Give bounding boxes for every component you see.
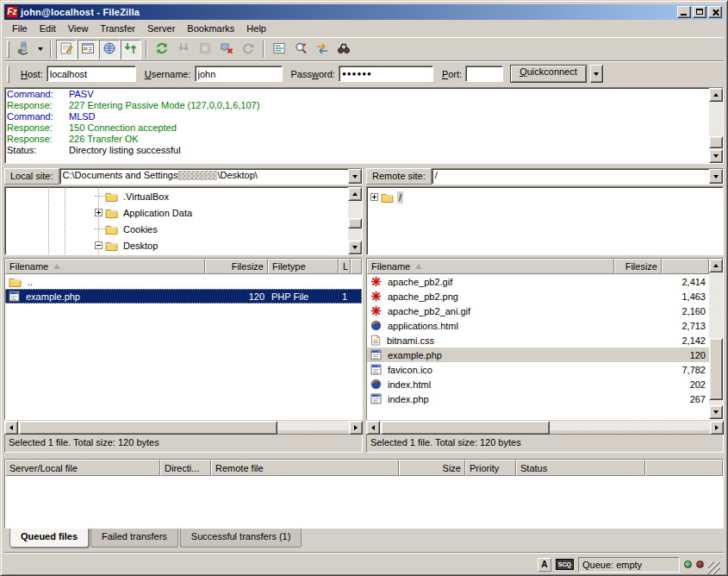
menu-item-view[interactable]: View [62,22,95,35]
speed-limits-icon[interactable]: SCQ [556,559,574,570]
file-row-examplephp[interactable]: example.php120PHP File1 [5,289,362,304]
tree-stub-line [95,196,105,197]
scroll-thumb[interactable] [709,338,723,400]
local-list-hscrollbar[interactable] [4,421,363,430]
column-header-l[interactable]: L [339,259,351,274]
tree-item[interactable]: Application Data [95,204,194,221]
tree-item[interactable]: Cookies [95,221,159,237]
file-row-bitnamicss[interactable]: bitnami.css2,142 [367,333,709,347]
column-header-filetype[interactable]: Filetype [268,259,339,274]
tree-item[interactable]: Desktop [95,237,159,254]
scroll-right-button[interactable] [349,421,363,435]
message-log-scrollbar[interactable] [709,88,723,163]
quickconnect-dropdown-button[interactable] [590,65,603,83]
scroll-thumb[interactable] [348,218,362,229]
directory-listing-filters-button[interactable] [269,40,289,59]
menu-item-transfer[interactable]: Transfer [94,22,141,35]
scroll-left-button[interactable] [4,421,18,435]
menu-item-help[interactable]: Help [240,22,272,35]
scroll-down-button[interactable] [709,149,723,163]
tree-item[interactable]: / [370,189,403,205]
status-bar: A SCQ Queue: empty [4,552,724,574]
file-row-indexphp[interactable]: index.php267 [367,391,709,406]
site-manager-dropdown-button[interactable] [34,40,46,59]
tab-successful-transfers-1-[interactable]: Successful transfers (1) [180,529,302,548]
toggle-local-treeview-button[interactable] [78,40,98,59]
port-label: Port: [442,69,462,79]
menu-item-server[interactable]: Server [141,22,181,35]
file-row-examplephp[interactable]: example.php120 [367,347,709,362]
scroll-down-button[interactable] [709,405,723,419]
menu-item-file[interactable]: File [6,22,34,35]
find-files-button[interactable] [333,40,354,59]
file-row-apachepb2png[interactable]: apache_pb2.png1,463 [367,289,709,304]
scroll-right-button[interactable] [710,421,724,435]
minimize-button[interactable] [677,6,691,18]
cancel-operation-button[interactable] [195,40,215,59]
column-header-filesize[interactable]: Filesize [614,259,662,274]
password-input[interactable] [339,66,433,82]
maximize-button[interactable] [693,6,706,18]
quickconnect-button[interactable]: Quickconnect [510,65,587,83]
file-row-[interactable]: .. [5,274,362,289]
tab-failed-transfers[interactable]: Failed transfers [90,529,178,548]
collapse-minus-icon[interactable] [95,241,103,249]
column-header-filename[interactable]: Filename [367,259,614,274]
menu-item-bookmarks[interactable]: Bookmarks [181,22,240,35]
data-type-icon[interactable]: A [538,558,551,572]
synchronized-browsing-button[interactable] [312,40,333,59]
queue-column-status[interactable]: Status [516,460,645,476]
title-bar[interactable]: Fz john@localhost - FileZilla [4,4,724,20]
remote-site-combo[interactable]: / [432,168,724,185]
folder-icon [105,241,118,251]
scroll-thumb[interactable] [19,421,277,435]
tree-item[interactable]: .VirtualBox [95,188,171,204]
remote-list-scrollbar[interactable] [709,259,723,419]
reconnect-button[interactable] [238,40,258,59]
scroll-up-button[interactable] [709,88,723,102]
file-row-apachepb2anigif[interactable]: apache_pb2_ani.gif2,160 [367,304,709,318]
scroll-up-button[interactable] [348,187,362,201]
queue-column-priority[interactable]: Priority [465,460,516,476]
site-manager-button[interactable] [13,40,34,59]
file-row-indexhtml[interactable]: index.html202 [367,377,709,391]
directory-comparison-button[interactable] [290,40,311,59]
local-tree-scrollbar[interactable] [348,187,362,254]
expand-plus-icon[interactable] [95,209,103,216]
file-row-applicationshtml[interactable]: applications.html2,713 [367,318,709,333]
toolbar-gripper [7,41,9,58]
scroll-left-button[interactable] [366,421,380,435]
scroll-down-button[interactable] [348,241,362,254]
scroll-up-button[interactable] [709,259,723,272]
toggle-message-log-button[interactable] [56,40,77,59]
column-header-filename[interactable]: Filename [5,259,205,274]
remote-site-dropdown-button[interactable] [709,169,723,184]
menu-item-edit[interactable]: Edit [34,22,62,35]
tab-queued-files[interactable]: Queued files [9,529,89,548]
scroll-thumb[interactable] [709,136,723,148]
process-queue-button[interactable] [173,40,194,59]
file-row-apachepb2gif[interactable]: apache_pb2.gif2,414 [367,274,709,289]
queue-column-size[interactable]: Size [399,460,465,476]
local-site-dropdown-button[interactable] [348,169,362,184]
username-input[interactable] [195,66,283,82]
queue-column-directi[interactable]: Directi... [160,460,211,476]
host-input[interactable] [47,66,136,82]
column-header-filesize[interactable]: Filesize [205,259,268,274]
file-row-faviconico[interactable]: favicon.ico7,782 [367,362,709,377]
disconnect-button[interactable] [216,40,237,59]
close-button[interactable] [708,6,722,18]
toolbar-separator [50,41,52,58]
port-input[interactable] [465,66,503,82]
refresh-button[interactable] [152,40,172,59]
queue-column-remotefile[interactable]: Remote file [211,460,399,476]
resize-grip[interactable] [708,562,720,574]
local-site-combo[interactable]: C:\Documents and Settings\Desktop\ [59,168,363,185]
toggle-remote-treeview-button[interactable] [99,40,120,59]
toggle-transfer-queue-button[interactable] [121,40,141,59]
scroll-thumb[interactable] [381,421,550,435]
synchronized-browsing-icon [315,41,329,57]
expand-plus-icon[interactable] [370,193,378,201]
queue-column-serverlocalfile[interactable]: Server/Local file [5,460,160,476]
remote-list-hscrollbar[interactable] [366,421,724,430]
